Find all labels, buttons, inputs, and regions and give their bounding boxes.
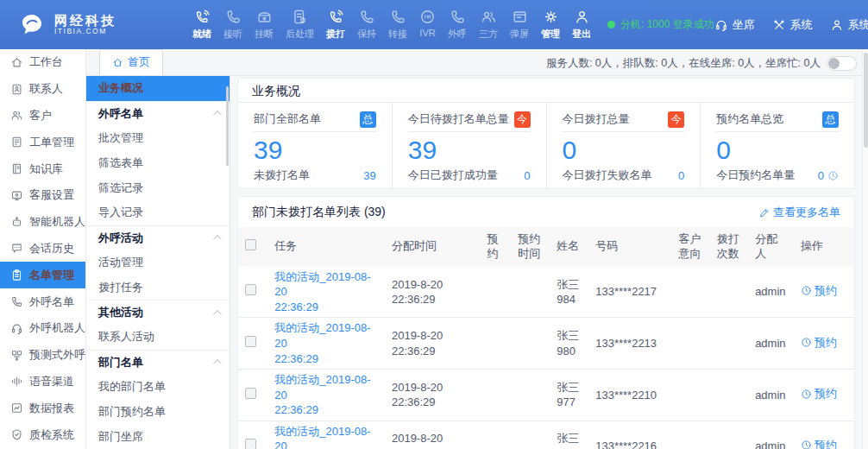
chevron-up-icon: [213, 235, 222, 243]
reserve-action-link[interactable]: 预约: [801, 335, 837, 351]
sidebar-item[interactable]: 会话历史: [0, 236, 85, 262]
toolbar-item[interactable]: 三方: [473, 9, 504, 41]
submenu-item[interactable]: 其他活动: [86, 300, 230, 325]
sidebar-item[interactable]: 工单管理: [0, 129, 85, 155]
stat-card-subvalue[interactable]: 0: [818, 169, 839, 182]
undialed-list-panel: 部门未拨打名单列表 (39) 查看更多名单 任务分配时间预约预约时间姓名号码客户: [237, 196, 855, 449]
stat-card-subvalue[interactable]: 39: [363, 169, 375, 182]
sidebar-item[interactable]: 语音渠道: [0, 369, 85, 395]
submenu-item[interactable]: 部门预约名单: [86, 399, 230, 424]
column-header: 分配时间: [385, 227, 481, 267]
sidebar-item[interactable]: 工作台: [0, 49, 85, 76]
phone-cell: 133****2216: [588, 421, 671, 449]
toolbar-item[interactable]: 外呼: [442, 9, 473, 41]
reserve-action-label: 预约: [815, 283, 837, 299]
toolbar-item[interactable]: 弹屏: [504, 9, 535, 41]
row-checkbox[interactable]: [245, 336, 256, 347]
toolbar-item[interactable]: 管理: [535, 9, 566, 41]
stat-card-subvalue[interactable]: 0: [524, 169, 530, 182]
sidebar-item[interactable]: 智能机器人: [0, 209, 85, 236]
row-checkbox[interactable]: [245, 388, 256, 399]
toolbar-item-icon: [481, 9, 497, 25]
toolbar-item[interactable]: IVR: [413, 9, 442, 41]
view-more-link[interactable]: 查看更多名单: [758, 205, 840, 220]
reserve-action-link[interactable]: 预约: [801, 438, 837, 449]
submenu-item[interactable]: 我的部门名单: [86, 375, 230, 400]
assign-time-cell: 2019-8-20 22:36:29: [385, 421, 481, 449]
agent-busy-toggle[interactable]: [827, 56, 857, 71]
sidebar-item[interactable]: 知识库: [0, 155, 85, 182]
sidebar-item-label: 外呼机器人: [29, 320, 85, 336]
submenu-item[interactable]: 筛选表单: [86, 150, 230, 175]
toolbar-item[interactable]: 拨打: [320, 9, 351, 41]
intent-cell: [672, 267, 710, 318]
row-checkbox[interactable]: [245, 439, 256, 449]
sidebar-item[interactable]: 客服设置: [0, 182, 85, 209]
clock-icon: [801, 337, 812, 348]
submenu-item[interactable]: 外呼名单: [86, 101, 230, 126]
submenu-item[interactable]: 外呼活动: [86, 225, 230, 250]
submenu-item[interactable]: 拨打任务: [86, 275, 230, 300]
stat-card-sublabel: 今日预约名单量: [716, 168, 795, 183]
toggle-knob: [828, 58, 840, 69]
submenu-item[interactable]: 筛选记录: [86, 175, 230, 200]
header-menu-item[interactable]: 系统管理员 ▼: [830, 17, 868, 33]
name-cell: 张三 983: [550, 421, 588, 449]
submenu-item[interactable]: 业务概况: [86, 76, 230, 101]
sidebar-item[interactable]: 外呼机器人: [0, 315, 85, 342]
stat-card-badge: 今: [514, 111, 531, 128]
submenu-item-label: 拨打任务: [98, 280, 143, 295]
page-scrollbar[interactable]: [862, 49, 868, 449]
submenu-scrollbar[interactable]: [226, 86, 229, 166]
sidebar-item[interactable]: 名单管理: [0, 262, 85, 288]
sidebar-item[interactable]: 客户: [0, 103, 85, 130]
header-menu-item[interactable]: 系统: [772, 17, 813, 33]
toolbar-item[interactable]: 转接: [382, 9, 413, 41]
row-checkbox[interactable]: [245, 284, 256, 295]
task-link[interactable]: 我的活动_2019-08-20 22:36:29: [267, 267, 385, 318]
page-scrollbar-thumb[interactable]: [864, 53, 868, 148]
stat-card-subvalue[interactable]: 0: [678, 169, 684, 182]
toolbar-item-icon: [512, 9, 528, 25]
submenu-item[interactable]: 活动管理: [86, 250, 230, 275]
submenu-item[interactable]: 导入记录: [86, 200, 230, 225]
sidebar-item[interactable]: 数据报表: [0, 395, 85, 421]
submenu-item-label: 导入记录: [98, 205, 143, 220]
task-link[interactable]: 我的活动_2019-08-20 22:36:29: [267, 318, 385, 370]
sidebar-item[interactable]: 联系人: [0, 76, 85, 103]
column-header: 拨打次数: [710, 227, 748, 267]
task-link[interactable]: 我的活动_2019-08-20 22:36:29: [267, 370, 385, 421]
toolbar-item[interactable]: 登出: [566, 9, 597, 41]
stat-card-header: 部门全部名单 总: [254, 110, 376, 132]
sidebar-item-label: 知识库: [29, 161, 63, 177]
submenu-item[interactable]: 批次管理: [86, 126, 230, 151]
task-link[interactable]: 我的活动_2019-08-20 22:36:29: [267, 421, 385, 449]
tab-home[interactable]: 首页: [99, 49, 163, 75]
sidebar-item[interactable]: 质检系统: [0, 421, 85, 448]
select-all-checkbox[interactable]: [245, 239, 256, 250]
toolbar-item-icon: [574, 9, 590, 25]
toolbar-item[interactable]: 接听: [217, 9, 248, 41]
stat-card: 今日待拨打名单总量 今 39 今日已拨打成功量 0: [392, 103, 546, 188]
sidebar-item-icon: [10, 295, 23, 308]
submenu-item[interactable]: 联系人活动: [86, 325, 230, 350]
toolbar-item[interactable]: 挂断: [248, 9, 280, 41]
table-row: 我的活动_2019-08-20 22:36:29 2019-8-20 22:36…: [238, 370, 854, 421]
submenu-item[interactable]: 部门坐席: [86, 424, 230, 449]
sidebar-item[interactable]: 预测式外呼: [0, 342, 85, 369]
stat-card-value: 0: [563, 134, 685, 167]
header-menu-item[interactable]: 坐席: [714, 17, 755, 33]
toolbar-item[interactable]: 后处理: [280, 9, 320, 41]
sidebar-item-label: 智能机器人: [29, 214, 85, 230]
sidebar-item[interactable]: 外呼名单: [0, 288, 85, 315]
brand-logo[interactable]: 网经科技 ITIBIA.COM: [17, 10, 164, 40]
reserve-action-link[interactable]: 预约: [801, 386, 837, 402]
reserve-time-cell: [511, 421, 550, 449]
phone-cell: 133****2217: [588, 267, 671, 318]
submenu-item[interactable]: 部门名单: [86, 350, 230, 375]
toolbar-item[interactable]: 保持: [351, 9, 382, 41]
toolbar-item[interactable]: 就绪: [186, 9, 217, 41]
reserve-time-cell: [511, 318, 550, 370]
reserve-action-link[interactable]: 预约: [801, 283, 837, 299]
reserve-action-label: 预约: [815, 438, 837, 449]
